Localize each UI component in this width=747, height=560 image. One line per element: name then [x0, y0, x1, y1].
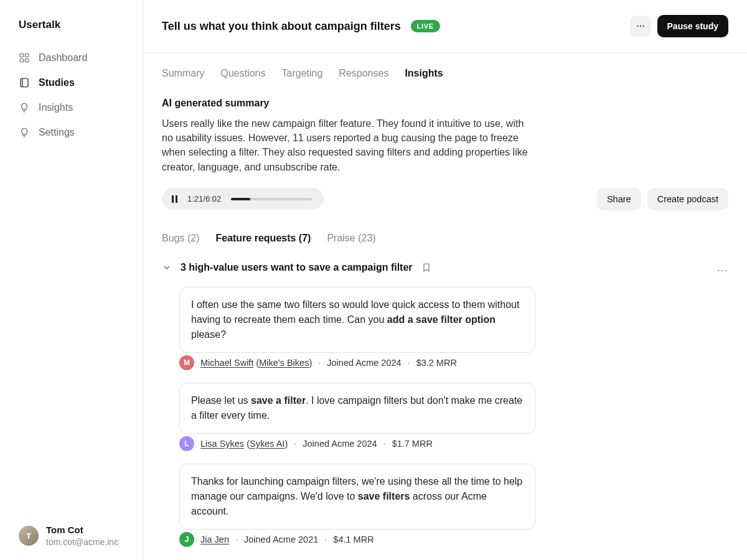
filter-tab-feature-requests[interactable]: Feature requests (7): [215, 233, 311, 244]
svg-rect-1: [26, 54, 29, 57]
dots-icon: [636, 21, 646, 31]
svg-rect-4: [21, 78, 28, 87]
avatar: M: [179, 355, 194, 370]
separator: ·: [408, 358, 410, 368]
audio-track[interactable]: [231, 198, 312, 200]
mrr-value: $1.7 MRR: [392, 439, 433, 449]
user-meta: Tom Cot tom.cot@acme.inc: [46, 524, 118, 548]
sidebar-item-label: Dashboard: [39, 52, 87, 63]
sidebar-item-label: Studies: [39, 77, 75, 88]
attribution: L Lisa Sykes (Sykes AI) · Joined Acme 20…: [179, 436, 535, 451]
separator: ·: [294, 439, 296, 449]
joined-date: Joined Acme 2024: [327, 358, 401, 368]
svg-rect-2: [20, 59, 23, 62]
tab-targeting[interactable]: Targeting: [282, 68, 323, 79]
insight-header[interactable]: 3 high-value users want to save a campai…: [162, 259, 728, 277]
tab-insights[interactable]: Insights: [405, 68, 443, 79]
filter-tab-bugs[interactable]: Bugs (2): [162, 233, 199, 244]
insight-filter-tabs: Bugs (2) Feature requests (7) Praise (23…: [162, 233, 728, 244]
separator: ·: [318, 358, 321, 368]
audio-row: 1:21/6:02 Share Create podcast: [162, 188, 728, 210]
joined-date: Joined Acme 2024: [303, 439, 377, 449]
sidebar-item-studies[interactable]: Studies: [19, 77, 130, 88]
audio-progress: [231, 198, 250, 200]
study-title: Tell us what you think about campaign fi…: [162, 20, 401, 33]
user-link[interactable]: Jia Jen: [200, 534, 229, 544]
sidebar-item-settings[interactable]: Settings: [19, 127, 130, 138]
tab-questions[interactable]: Questions: [220, 68, 265, 79]
mrr-value: $3.2 MRR: [416, 358, 457, 368]
attribution: M Michael Swift (Mike's Bikes) · Joined …: [179, 355, 535, 370]
insight-more-button[interactable]: …: [716, 261, 728, 274]
sidebar-item-label: Insights: [39, 102, 73, 113]
user-name: Tom Cot: [46, 524, 118, 536]
quote-card: Please let us save a filter. I love camp…: [179, 383, 535, 434]
quote-card: I often use the same two filters so woul…: [179, 287, 535, 353]
separator: ·: [383, 439, 386, 449]
user-link[interactable]: Michael Swift (Mike's Bikes): [200, 358, 312, 368]
svg-point-6: [637, 26, 638, 27]
joined-date: Joined Acme 2021: [244, 534, 318, 544]
pause-icon[interactable]: [172, 195, 177, 203]
pause-study-button[interactable]: Pause study: [657, 15, 728, 37]
mrr-value: $4.1 MRR: [333, 534, 374, 544]
response-item: I often use the same two filters so woul…: [179, 287, 535, 370]
user-block[interactable]: T Tom Cot tom.cot@acme.inc: [19, 524, 130, 548]
main: Tell us what you think about campaign fi…: [143, 0, 747, 560]
insight-responses: I often use the same two filters so woul…: [162, 287, 535, 547]
content: Summary Questions Targeting Responses In…: [143, 53, 747, 560]
dashboard-icon: [19, 52, 30, 63]
quote-card: Thanks for launching campaign filters, w…: [179, 464, 535, 530]
svg-rect-0: [20, 54, 23, 57]
separator: ·: [235, 534, 238, 544]
svg-point-7: [639, 26, 641, 27]
user-email: tom.cot@acme.inc: [46, 536, 118, 548]
svg-point-8: [642, 26, 644, 27]
sidebar-nav: Dashboard Studies Insights Settings: [19, 52, 130, 138]
brand: Usertalk: [19, 19, 130, 31]
bookmark-icon[interactable]: [421, 263, 431, 273]
tabs: Summary Questions Targeting Responses In…: [162, 68, 728, 79]
insights-icon: [19, 102, 30, 113]
sidebar-item-dashboard[interactable]: Dashboard: [19, 52, 130, 63]
avatar: L: [179, 436, 194, 451]
settings-icon: [19, 127, 30, 138]
summary-text: Users really like the new campaign filte…: [162, 116, 535, 174]
svg-rect-3: [26, 59, 29, 62]
tab-summary[interactable]: Summary: [162, 68, 204, 79]
filter-tab-praise[interactable]: Praise (23): [327, 233, 375, 244]
audio-player[interactable]: 1:21/6:02: [162, 188, 324, 210]
chevron-down-icon: [162, 263, 172, 273]
response-item: Please let us save a filter. I love camp…: [179, 383, 535, 451]
more-options-button[interactable]: [630, 16, 651, 37]
status-badge: LIVE: [411, 20, 440, 32]
summary-heading: AI generated summary: [162, 98, 728, 109]
response-item: Thanks for launching campaign filters, w…: [179, 464, 535, 547]
topbar: Tell us what you think about campaign fi…: [143, 0, 747, 53]
avatar: T: [19, 526, 39, 546]
tab-responses[interactable]: Responses: [339, 68, 388, 79]
separator: ·: [324, 534, 327, 544]
create-podcast-button[interactable]: Create podcast: [647, 188, 728, 210]
share-button[interactable]: Share: [597, 188, 641, 210]
studies-icon: [19, 77, 30, 88]
avatar: J: [179, 532, 194, 547]
audio-time: 1:21/6:02: [187, 194, 221, 203]
sidebar: Usertalk Dashboard Studies Insights Sett…: [0, 0, 143, 560]
insight-title: 3 high-value users want to save a campai…: [181, 262, 413, 273]
sidebar-item-insights[interactable]: Insights: [19, 102, 130, 113]
user-link[interactable]: Lisa Sykes (Sykes AI): [200, 439, 288, 449]
attribution: J Jia Jen · Joined Acme 2021 · $4.1 MRR: [179, 532, 535, 547]
sidebar-item-label: Settings: [39, 127, 75, 138]
insight-item: 3 high-value users want to save a campai…: [162, 259, 728, 547]
